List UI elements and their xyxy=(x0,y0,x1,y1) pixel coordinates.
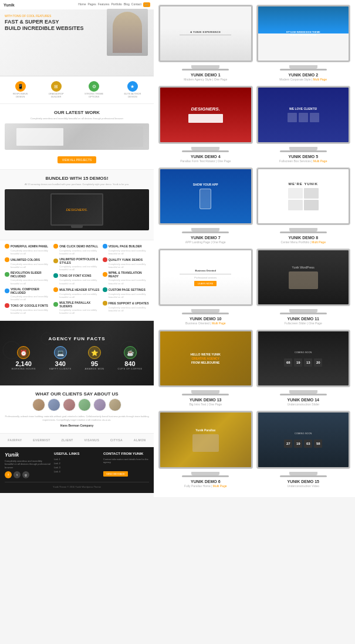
demo-item-4: DESIGNERS. YUNIK DEMO 4 Parallax Form Te… xyxy=(158,86,253,162)
monitor-base-14 xyxy=(280,394,327,395)
theme-icon: ⚙ xyxy=(89,81,99,92)
demos-row-1: A YUNIK EXPERIENCE YUNIK DEMO 1 Modern A… xyxy=(158,5,350,81)
nav-blog[interactable]: Blog xyxy=(124,2,130,7)
avatar-5 xyxy=(93,398,106,411)
view-all-btn[interactable]: VIEW ALL PROJECTS xyxy=(58,156,97,163)
monitor-base-5 xyxy=(280,150,327,152)
footer-social: f t g xyxy=(5,471,50,478)
features-grid: POWERFUL ADMIN PANEL Completely seamless… xyxy=(5,244,149,317)
count-mins-14: 13 xyxy=(304,358,312,367)
demo-screen-5: WE LOVE CLIENTS! xyxy=(257,86,350,143)
useful-links-title: USEFUL LINKS xyxy=(54,452,100,455)
feat-icon-14 xyxy=(103,287,107,292)
feature-author-text: ELITE AUTHORDESIGN xyxy=(124,93,141,99)
hero-logo: Yunik xyxy=(4,3,15,7)
demo-item-5: WE LOVE CLIENTS! YUNIK DE xyxy=(256,86,351,162)
features-list-section: POWERFUL ADMIN PANEL Completely seamless… xyxy=(0,240,154,321)
demo-subtitle-13: Big Intro Text | One Page xyxy=(158,402,253,406)
clients-title: WHAT OUR CLIENTS SAY ABOUT US xyxy=(5,391,149,397)
social-twitter[interactable]: t xyxy=(13,471,21,478)
demo-monitor-4[interactable]: DESIGNERS. xyxy=(158,86,253,143)
count-hours-14: 19 xyxy=(294,358,302,367)
coffee-icon: ☕ xyxy=(124,346,137,359)
footer-col-contact: CONTACT FROM YUNIK Contact information a… xyxy=(103,452,149,479)
demo-overlay-10: Business Oriented Professional services … xyxy=(160,250,251,304)
demo-overlay-1: A YUNIK EXPERIENCE xyxy=(160,6,251,61)
demos-row-3: SHOW YOUR APP YUNIK DEMO 7 APP Landing P… xyxy=(158,167,350,244)
footer-link-3[interactable]: Link 3 xyxy=(54,466,100,469)
demo-title-11: YUNIK DEMO 11 xyxy=(256,317,351,321)
demo-title-6: YUNIK DEMO 6 xyxy=(158,479,253,484)
demo-item-11: Yunik WordPress YUNIK DEMO 11 Fullscreen… xyxy=(256,249,351,325)
demo-monitor-10[interactable]: Business Oriented Professional services … xyxy=(158,249,253,306)
demo-monitor-8[interactable]: WE'RE YUNIK xyxy=(256,167,351,225)
work-image xyxy=(5,123,149,150)
partner-zlient: Zlient xyxy=(61,438,73,442)
laptop-icon: 💻 xyxy=(54,346,67,359)
demo-title-13: YUNIK DEMO 13 xyxy=(158,398,253,402)
demo-overlay-11: Yunik WordPress xyxy=(258,250,349,304)
demo-monitor-2[interactable]: STYLISH WEBDESIGN THEMEBUILD FOR EVERYON… xyxy=(256,5,351,62)
fact-number-4: 840 xyxy=(117,361,142,367)
footer-link-2[interactable]: Link 2 xyxy=(54,462,100,465)
feature-drag: ⊞ DRAG&DROPBUILDER xyxy=(49,81,64,99)
feat-icon-6 xyxy=(53,244,58,249)
contact-btn[interactable]: SEND MESSAGE xyxy=(103,471,128,477)
footer-tagline: Completely seamless and incredibly beaut… xyxy=(5,459,50,469)
demo-monitor-13[interactable]: HELLO WE'RE YUNIKCREATIVE AGENCYFROM MEL… xyxy=(158,330,253,387)
demos-row-2: DESIGNERS. YUNIK DEMO 4 Parallax Form Te… xyxy=(158,86,350,162)
demo-monitor-5[interactable]: WE LOVE CLIENTS! xyxy=(256,86,351,143)
demo-monitor-1[interactable]: A YUNIK EXPERIENCE xyxy=(158,5,253,62)
feature-theme: ⚙ STRONG THEMEOPTIONS xyxy=(84,81,103,99)
demo-monitor-15[interactable]: COMING SOON 27 19 03 58 xyxy=(256,411,351,468)
right-column: A YUNIK EXPERIENCE YUNIK DEMO 1 Modern A… xyxy=(154,0,355,497)
feat-google-fonts: TONS OF GOOGLE FONTS Completely seamless… xyxy=(5,303,51,314)
count-days-14: 68 xyxy=(284,358,292,367)
monitor-stand-15 xyxy=(289,472,317,475)
demo-monitor-7[interactable]: SHOW YOUR APP xyxy=(158,167,253,225)
demo-item-1: A YUNIK EXPERIENCE YUNIK DEMO 1 Modern A… xyxy=(158,5,253,81)
demo-item-10: Business Oriented Professional services … xyxy=(158,249,253,325)
demo-subtitle-4: Parallax Form Text Rotator | One Page xyxy=(158,159,253,163)
nav-home[interactable]: Home xyxy=(78,2,86,7)
nav-contact[interactable]: Contact xyxy=(131,2,141,7)
footer-link-4[interactable]: Link 4 xyxy=(54,470,100,473)
bundled-image: DESIGNERS. xyxy=(5,189,149,230)
social-google[interactable]: g xyxy=(22,471,29,478)
hero-section: Yunik Home Pages Features Portfolio Blog… xyxy=(0,0,154,76)
demo-screen-6: Yunik Parallax xyxy=(159,411,252,468)
monitor-base-13 xyxy=(182,394,229,395)
demo-screen-15: COMING SOON 27 19 03 58 xyxy=(257,411,350,468)
bundled-section: BUNDLED WITH 15 DEMOS! All 15 amazing de… xyxy=(0,170,154,240)
demo-monitor-11[interactable]: Yunik WordPress xyxy=(256,249,351,306)
drag-icon: ⊞ xyxy=(51,81,62,92)
demo-title-1: YUNIK DEMO 1 xyxy=(158,73,253,77)
demo-monitor-14[interactable]: COMING SOON 68 19 13 20 xyxy=(256,330,351,387)
footer-link-1[interactable]: Link 1 xyxy=(54,458,100,461)
nav-portfolio[interactable]: Portfolio xyxy=(111,2,121,7)
demos-row-6: Yunik Parallax YUNIK DEMO 6 Fully Parall… xyxy=(158,411,350,487)
demo-subtitle-6: Fully Parallax Home | Multi Page xyxy=(158,484,253,488)
nav-pages[interactable]: Pages xyxy=(87,2,96,7)
feat-icon-5 xyxy=(5,303,9,308)
partner-almon: Almon xyxy=(134,438,146,442)
partner-citysa: CitySa xyxy=(110,438,123,442)
cart-icon[interactable]: 🛒 xyxy=(143,2,150,7)
nav-features[interactable]: Features xyxy=(98,2,110,7)
feat-icon-13 xyxy=(103,272,107,277)
monitor-stand-5 xyxy=(289,147,317,150)
feat-font-icons: TONS OF FONT ICONS Completely seamless a… xyxy=(53,273,100,284)
demo-subtitle-15: Underconstruction Video xyxy=(256,484,351,488)
footer-grid: Yunik Completely seamless and incredibly… xyxy=(5,452,149,479)
partner-evermist: Evermist xyxy=(33,438,50,442)
feature-responsive-text: RESPONSIVEDESIGN xyxy=(13,93,28,99)
demo-title-2: YUNIK DEMO 2 xyxy=(256,73,351,77)
avatar-6 xyxy=(109,398,121,411)
demo-monitor-6[interactable]: Yunik Parallax xyxy=(158,411,253,468)
social-facebook[interactable]: f xyxy=(5,471,12,478)
demo-item-6: Yunik Parallax YUNIK DEMO 6 Fully Parall… xyxy=(158,411,253,487)
count-secs-15: 58 xyxy=(314,440,322,448)
feat-icon-12 xyxy=(103,257,107,262)
count-hours-15: 19 xyxy=(294,440,302,448)
main-layout: Yunik Home Pages Features Portfolio Blog… xyxy=(0,0,355,497)
